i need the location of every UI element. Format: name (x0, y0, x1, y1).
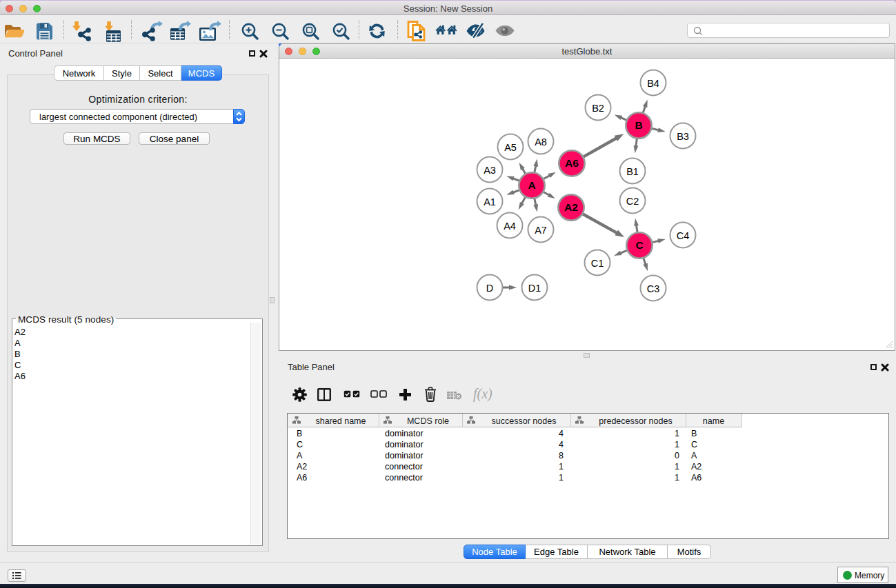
svg-text:B1: B1 (626, 166, 639, 177)
svg-text:A1: A1 (484, 196, 496, 207)
svg-text:D: D (486, 283, 493, 294)
svg-text:B: B (635, 119, 642, 131)
svg-text:C3: C3 (647, 283, 660, 294)
svg-text:D1: D1 (528, 283, 541, 294)
svg-text:B4: B4 (647, 78, 659, 89)
svg-text:A5: A5 (504, 142, 517, 153)
svg-text:A8: A8 (535, 136, 547, 148)
svg-text:A7: A7 (535, 225, 547, 236)
svg-text:C1: C1 (591, 258, 604, 269)
svg-text:A3: A3 (484, 165, 496, 176)
svg-text:C2: C2 (626, 196, 639, 207)
svg-text:C4: C4 (677, 230, 690, 241)
svg-text:B3: B3 (677, 131, 689, 142)
svg-text:C: C (635, 239, 643, 251)
svg-text:A2: A2 (564, 201, 578, 213)
svg-text:A4: A4 (504, 221, 516, 232)
svg-text:B2: B2 (592, 103, 604, 114)
svg-text:A6: A6 (565, 157, 579, 169)
svg-text:A: A (528, 179, 535, 191)
